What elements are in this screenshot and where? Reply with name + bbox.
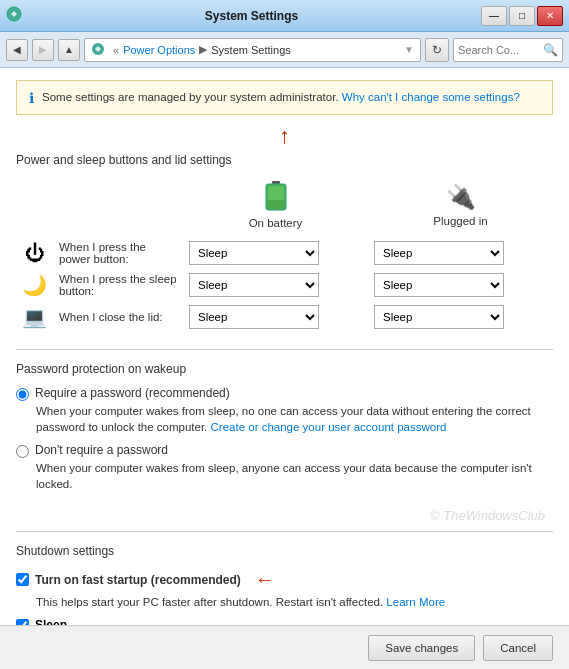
bottom-bar: Save changes Cancel <box>0 625 569 669</box>
refresh-icon: ↻ <box>432 43 442 57</box>
power-table: On battery 🔌 Plugged in <box>16 177 553 333</box>
warning-link[interactable]: Why can't I change some settings? <box>342 91 520 103</box>
refresh-button[interactable]: ↻ <box>425 38 449 62</box>
shutdown-section: Shutdown settings Turn on fast startup (… <box>16 544 553 625</box>
lid-label: When I close the lid: <box>53 301 183 333</box>
warning-message: Some settings are managed by your system… <box>42 91 339 103</box>
lid-battery-select[interactable]: SleepHibernateShut downDo nothing <box>189 305 319 329</box>
shutdown-header: Shutdown settings <box>16 544 553 558</box>
fast-startup-desc: This helps start your PC faster after sh… <box>36 594 553 610</box>
require-password-option: Require a password (recommended) When yo… <box>16 386 553 435</box>
annotation-arrow-up: ↑ <box>16 123 553 149</box>
up-button[interactable]: ▲ <box>58 39 80 61</box>
battery-column-header: On battery <box>191 181 360 229</box>
lid-close-row: 💻 When I close the lid: SleepHibernateSh… <box>16 301 553 333</box>
sleep-button-icon: 🌙 <box>22 274 47 296</box>
search-box: 🔍 <box>453 38 563 62</box>
info-icon: ℹ <box>29 90 34 106</box>
no-password-radio[interactable] <box>16 445 29 458</box>
breadcrumb-icon <box>91 42 105 58</box>
forward-icon: ▶ <box>39 44 47 55</box>
search-input[interactable] <box>458 44 543 56</box>
power-button-label: When I press the power button: <box>53 237 183 269</box>
fast-startup-label[interactable]: Turn on fast startup (recommended) ← <box>16 568 553 591</box>
require-password-radio[interactable] <box>16 388 29 401</box>
password-section-header: Password protection on wakeup <box>16 362 553 376</box>
red-arrow-right-icon: ← <box>255 568 275 591</box>
battery-icon <box>265 181 287 213</box>
maximize-button[interactable]: □ <box>509 6 535 26</box>
watermark: © TheWindowsClub <box>16 508 553 523</box>
no-password-label[interactable]: Don't require a password <box>16 443 553 458</box>
no-password-title: Don't require a password <box>35 443 168 457</box>
plugged-column-header: 🔌 Plugged in <box>376 183 545 227</box>
power-button-battery-select[interactable]: SleepHibernateShut downDo nothing <box>189 241 319 265</box>
sleep-button-battery-select[interactable]: SleepHibernateShut downDo nothing <box>189 273 319 297</box>
battery-label: On battery <box>249 217 303 229</box>
forward-button[interactable]: ▶ <box>32 39 54 61</box>
back-button[interactable]: ◀ <box>6 39 28 61</box>
warning-text: Some settings are managed by your system… <box>42 89 520 105</box>
warning-banner: ℹ Some settings are managed by your syst… <box>16 80 553 115</box>
minimize-button[interactable]: — <box>481 6 507 26</box>
plugin-icon: 🔌 <box>446 183 476 211</box>
breadcrumb-separator: « <box>113 44 119 56</box>
fast-startup-checkbox[interactable] <box>16 573 29 586</box>
breadcrumb-current: System Settings <box>211 44 290 56</box>
breadcrumb-power-options[interactable]: Power Options <box>123 44 195 56</box>
address-path: « Power Options ▶ System Settings ▼ <box>84 38 421 62</box>
breadcrumb-arrow: ▶ <box>199 43 207 56</box>
learn-more-link[interactable]: Learn More <box>386 596 445 608</box>
red-arrow-up-icon: ↑ <box>279 123 290 148</box>
back-icon: ◀ <box>13 44 21 55</box>
window-title: System Settings <box>22 9 481 23</box>
divider-1 <box>16 349 553 350</box>
scroll-container[interactable]: ℹ Some settings are managed by your syst… <box>0 68 569 625</box>
require-password-desc: When your computer wakes from sleep, no … <box>36 403 553 435</box>
sleep-button-plugged-select[interactable]: SleepHibernateShut downDo nothing <box>374 273 504 297</box>
fast-startup-option: Turn on fast startup (recommended) ← Thi… <box>16 568 553 610</box>
content-area: ℹ Some settings are managed by your syst… <box>0 68 569 669</box>
password-section: Password protection on wakeup Require a … <box>16 362 553 492</box>
lid-icon: 💻 <box>22 306 47 328</box>
power-sleep-header: Power and sleep buttons and lid settings <box>16 153 553 167</box>
up-icon: ▲ <box>64 44 74 55</box>
cancel-button[interactable]: Cancel <box>483 635 553 661</box>
search-icon[interactable]: 🔍 <box>543 43 558 57</box>
power-button-icon: ⏻ <box>25 242 45 264</box>
power-button-plugged-select[interactable]: SleepHibernateShut downDo nothing <box>374 241 504 265</box>
divider-2 <box>16 531 553 532</box>
app-icon <box>6 6 22 25</box>
save-changes-button[interactable]: Save changes <box>368 635 475 661</box>
power-button-row: ⏻ When I press the power button: SleepHi… <box>16 237 553 269</box>
svg-rect-4 <box>268 186 284 200</box>
close-button[interactable]: ✕ <box>537 6 563 26</box>
address-bar: ◀ ▶ ▲ « Power Options ▶ System Settings … <box>0 32 569 68</box>
sleep-button-row: 🌙 When I press the sleep button: SleepHi… <box>16 269 553 301</box>
require-password-label[interactable]: Require a password (recommended) <box>16 386 553 401</box>
sleep-button-label: When I press the sleep button: <box>53 269 183 301</box>
fast-startup-title: Turn on fast startup (recommended) <box>35 573 241 587</box>
require-password-title: Require a password (recommended) <box>35 386 230 400</box>
title-bar: System Settings — □ ✕ <box>0 0 569 32</box>
window-controls: — □ ✕ <box>481 6 563 26</box>
no-password-option: Don't require a password When your compu… <box>16 443 553 492</box>
power-sleep-section: Power and sleep buttons and lid settings <box>16 153 553 333</box>
plugged-label: Plugged in <box>433 215 487 227</box>
no-password-desc: When your computer wakes from sleep, any… <box>36 460 553 492</box>
lid-plugged-select[interactable]: SleepHibernateShut downDo nothing <box>374 305 504 329</box>
change-password-link[interactable]: Create or change your user account passw… <box>211 421 447 433</box>
